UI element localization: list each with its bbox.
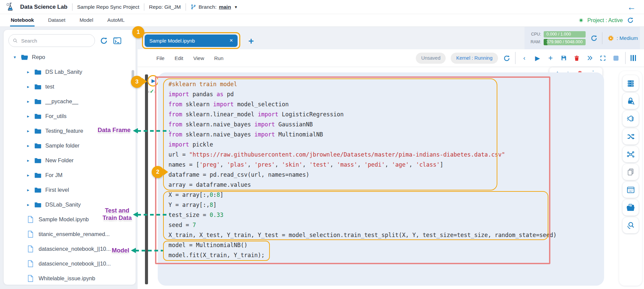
code-line[interactable]: Y = array[:,8] — [168, 200, 604, 210]
back-button[interactable]: ← — [627, 3, 639, 11]
folder-icon — [34, 186, 42, 193]
tab-notebook[interactable]: Notebook — [10, 14, 35, 26]
trash-icon — [574, 55, 580, 61]
code-line[interactable]: model.fit(X_train, Y_train); — [168, 250, 604, 260]
terminal-button[interactable] — [113, 36, 122, 45]
menu-file[interactable]: File — [156, 55, 164, 61]
kernel-refresh-button[interactable] — [503, 55, 510, 62]
lock-key-button[interactable] — [623, 93, 639, 109]
add-cell-button[interactable]: + — [547, 54, 555, 62]
tree-item[interactable]: ▸DSLab_Sanity — [4, 197, 136, 212]
code-line[interactable]: array = dataframe.values — [168, 180, 604, 190]
code-line[interactable]: import pandas as pd — [168, 89, 604, 99]
branch-selector[interactable]: Branch: main ▼ — [191, 4, 238, 10]
tree-item[interactable]: ▸For JM — [4, 168, 136, 182]
layout-columns-button[interactable] — [631, 55, 636, 61]
tree-item[interactable]: ▸test — [4, 79, 136, 94]
brain-icon — [626, 114, 635, 123]
code-line[interactable]: model = MultinomialNB() — [168, 240, 604, 250]
code-line[interactable]: from sklearn.naive_bayes import Multinom… — [168, 129, 604, 139]
code-token: as — [216, 91, 223, 98]
chevron-right-icon[interactable]: ▸ — [26, 202, 31, 207]
folder-docs-button[interactable] — [623, 199, 639, 216]
tree-item[interactable]: datascience_notebook_||10... — [4, 241, 136, 256]
menu-edit[interactable]: Edit — [175, 55, 183, 61]
chevron-left-button[interactable]: ‹ — [521, 54, 529, 62]
tree-item[interactable]: ▸For_utils — [4, 109, 136, 123]
code-token: , — [357, 161, 364, 168]
code-line[interactable]: from sklearn import model_selection — [168, 99, 604, 109]
project-refresh-button[interactable] — [627, 17, 634, 24]
code-token: 8 — [210, 201, 213, 208]
chevron-right-icon[interactable]: ▸ — [26, 173, 31, 178]
sidebar-scrollbar[interactable] — [132, 70, 134, 85]
tree-item[interactable]: Whitelable_issue.ipynb — [4, 271, 136, 285]
chevron-right-icon[interactable]: ▸ — [26, 158, 31, 163]
search-sync-button[interactable] — [623, 217, 639, 233]
tree-item[interactable]: ▸__pycache__ — [4, 94, 136, 109]
tree-item[interactable]: datascience_notebook_||10... — [4, 256, 136, 271]
code-cell[interactable]: #sklearn train modelimport pandas as pdf… — [158, 72, 604, 286]
chevron-right-icon[interactable]: ▸ — [26, 99, 31, 104]
branch-name[interactable]: main — [219, 4, 231, 10]
tree-item[interactable]: titanic_ensemble_renamed... — [4, 227, 136, 241]
chevron-right-icon[interactable]: ▸ — [26, 128, 31, 133]
code-line[interactable]: seed = 7 — [168, 220, 604, 230]
tab-automl[interactable]: AutoML — [107, 14, 126, 26]
chevron-right-icon[interactable]: ▸ — [26, 84, 31, 89]
code-line[interactable]: url = "https://raw.githubusercontent.com… — [168, 150, 604, 160]
resources-refresh-button[interactable] — [590, 35, 597, 42]
code-line[interactable]: import pickle — [168, 139, 604, 150]
file-icon — [27, 216, 35, 223]
code-token: 'test' — [309, 161, 330, 168]
code-token: import — [168, 141, 189, 148]
chevron-right-icon[interactable]: ▸ — [26, 187, 31, 192]
fullscreen-button[interactable] — [599, 54, 607, 62]
chevron-down-icon[interactable]: ▼ — [234, 5, 238, 9]
function-window-button[interactable]: (x) — [623, 182, 639, 198]
code-line[interactable]: X = array[:,0:8] — [168, 190, 604, 200]
delete-button[interactable] — [573, 54, 581, 62]
chevron-down-icon[interactable]: ▾ — [12, 55, 17, 60]
tree-item[interactable]: ▸DS Lab_Sanity — [4, 64, 136, 79]
tab-dataset[interactable]: Dataset — [47, 14, 66, 26]
tab-model[interactable]: Model — [79, 14, 94, 26]
tree-item[interactable]: ▸New Folder — [4, 153, 136, 168]
run-cell-play-button[interactable]: ▶ — [147, 75, 159, 86]
refresh-icon — [100, 37, 108, 45]
tree-item[interactable]: ▸First level — [4, 182, 136, 197]
run-all-button[interactable] — [586, 54, 594, 62]
refresh-tree-button[interactable] — [100, 37, 108, 45]
stop-button[interactable] — [612, 54, 620, 62]
menu-run[interactable]: Run — [214, 55, 224, 61]
code-line[interactable]: test_size = 0.33 — [168, 210, 604, 220]
code-line[interactable]: X_train, X_test, Y_train, Y_test = model… — [168, 230, 604, 240]
chevron-right-icon[interactable]: ▸ — [26, 143, 31, 148]
search-input[interactable] — [20, 38, 91, 44]
tree-item[interactable]: Sample Model.ipynb — [4, 212, 136, 227]
tree-item[interactable]: ▸Sample folder — [4, 138, 136, 153]
code-line[interactable]: dataframe = pd.read_csv(url, names=names… — [168, 170, 604, 180]
save-button[interactable] — [560, 54, 568, 62]
code-editor[interactable]: #sklearn train modelimport pandas as pdf… — [158, 72, 604, 260]
menu-view[interactable]: View — [193, 55, 204, 61]
chevron-right-icon[interactable]: ▸ — [26, 114, 31, 119]
code-line[interactable]: #sklearn train model — [168, 79, 604, 89]
add-tab-button[interactable]: + — [248, 37, 254, 46]
shuffle-button[interactable] — [623, 128, 639, 144]
documents-button[interactable] — [623, 164, 639, 180]
tree-item[interactable]: ▸Testing_feature — [4, 123, 136, 138]
brain-button[interactable] — [623, 111, 639, 127]
code-line[interactable]: names = ['preg', 'plas', 'pres', 'skin',… — [168, 160, 604, 170]
run-cell-button[interactable]: ▶ — [534, 54, 542, 62]
chevron-right-icon[interactable]: ▸ — [26, 69, 31, 74]
code-line[interactable]: from sklearn.naive_bayes import Gaussian… — [168, 119, 604, 129]
network-button[interactable] — [623, 146, 639, 162]
tree-item[interactable]: ▾Repo — [4, 50, 136, 64]
server-button[interactable] — [623, 75, 639, 91]
close-tab-icon[interactable]: × — [230, 37, 233, 44]
open-notebook-tab[interactable]: Sample Model.ipynb × — [145, 35, 238, 47]
tree-item-label: First level — [45, 187, 69, 193]
code-line[interactable]: from sklearn.linear_model import Logisti… — [168, 109, 604, 119]
tree-item-label: DS Lab_Sanity — [45, 69, 82, 75]
